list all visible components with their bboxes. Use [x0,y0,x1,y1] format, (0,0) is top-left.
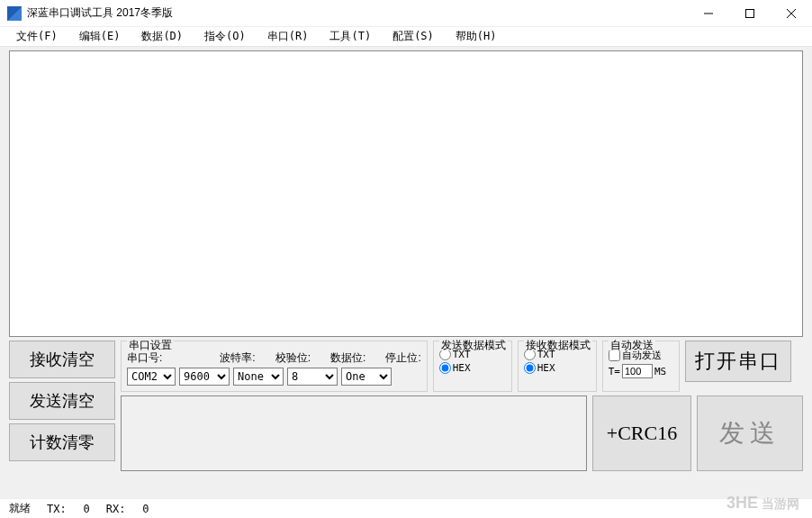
tx-mode-legend: 发送数据模式 [439,340,508,350]
serial-settings-fieldset: 串口设置 串口号: 波特率: 校验位: 数据位: 停止位: COM2 9600 … [121,341,428,392]
menu-serial[interactable]: 串口(R) [257,27,320,46]
databits-label: 数据位: [330,350,365,366]
statusbar: 就绪 TX: 0 RX: 0 [0,498,812,518]
svg-rect-1 [746,10,754,18]
stopbits-select[interactable]: One [341,368,392,386]
open-port-button[interactable]: 打开串口 [685,341,791,382]
send-textarea[interactable] [121,395,587,471]
rx-mode-legend: 接收数据模式 [524,340,592,350]
left-buttons: 接收清空 发送清空 计数清零 [9,341,115,471]
parity-select[interactable]: None [233,368,284,386]
auto-send-legend: 自动发送 [609,340,655,350]
menu-data[interactable]: 数据(D) [131,27,194,46]
menu-edit[interactable]: 编辑(E) [68,27,131,46]
reset-count-button[interactable]: 计数清零 [9,423,115,461]
rx-mode-hex-radio[interactable]: HEX [524,362,591,374]
baud-select[interactable]: 9600 [179,368,230,386]
crc16-button[interactable]: +CRC16 [592,395,691,471]
menu-help[interactable]: 帮助(H) [445,27,508,46]
window-controls [688,0,812,26]
menu-config[interactable]: 配置(S) [382,27,445,46]
status-rx: RX: 0 [106,503,149,515]
auto-send-unit: MS [654,366,666,377]
bottom-panel: 接收清空 发送清空 计数清零 串口设置 串口号: 波特率: 校验位: 数据位: … [0,341,812,475]
auto-send-fieldset: 自动发送 自动发送 T= MS [602,341,680,392]
app-icon [7,6,22,21]
send-row: +CRC16 发送 [121,395,803,471]
menu-instruction[interactable]: 指令(O) [194,27,257,46]
clear-receive-button[interactable]: 接收清空 [9,341,115,378]
menu-tools[interactable]: 工具(T) [319,27,382,46]
auto-send-interval-input[interactable] [622,364,653,378]
send-button[interactable]: 发送 [697,395,803,471]
titlebar: 深蓝串口调试工具 2017冬季版 [0,0,812,27]
databits-select[interactable]: 8 [287,368,338,386]
tx-mode-hex-radio[interactable]: HEX [439,362,506,374]
rx-mode-fieldset: 接收数据模式 TXT HEX [518,341,597,392]
baud-label: 波特率: [220,350,255,366]
status-ready: 就绪 [9,501,31,516]
receive-textarea[interactable] [9,50,803,337]
auto-send-t-prefix: T= [609,366,620,377]
serial-settings-legend: 串口设置 [127,340,174,350]
clear-send-button[interactable]: 发送清空 [9,382,115,420]
tx-mode-fieldset: 发送数据模式 TXT HEX [433,341,512,392]
port-label: 串口号: [127,350,162,366]
status-tx: TX: 0 [47,503,90,515]
close-button[interactable] [771,0,812,27]
middle-column: 串口设置 串口号: 波特率: 校验位: 数据位: 停止位: COM2 9600 … [121,341,803,471]
maximize-button[interactable] [729,0,771,27]
window-title: 深蓝串口调试工具 2017冬季版 [27,5,688,21]
menubar: 文件(F) 编辑(E) 数据(D) 指令(O) 串口(R) 工具(T) 配置(S… [0,27,812,47]
minimize-button[interactable] [688,0,729,27]
menu-file[interactable]: 文件(F) [5,27,68,46]
port-select[interactable]: COM2 [127,368,176,386]
parity-label: 校验位: [275,350,311,366]
settings-row: 串口设置 串口号: 波特率: 校验位: 数据位: 停止位: COM2 9600 … [121,341,803,392]
stopbits-label: 停止位: [385,350,420,366]
